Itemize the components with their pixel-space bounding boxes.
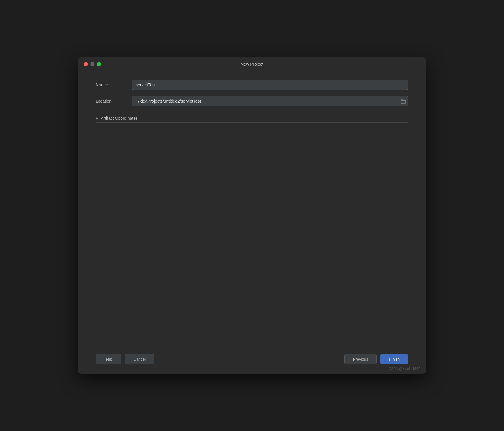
svg-rect-0 bbox=[401, 100, 406, 103]
traffic-lights bbox=[84, 62, 101, 66]
help-button[interactable]: Help bbox=[96, 354, 121, 364]
form-area: Name: Location: bbox=[96, 80, 408, 123]
maximize-button[interactable] bbox=[97, 62, 101, 66]
artifact-coordinates-label: Artifact Coordinates bbox=[101, 116, 138, 121]
finish-button[interactable]: Finish bbox=[380, 354, 408, 364]
minimize-button[interactable] bbox=[90, 62, 94, 66]
name-row: Name: bbox=[96, 80, 408, 90]
new-project-dialog: New Project Name: Location: bbox=[78, 57, 426, 374]
cancel-button[interactable]: Cancel bbox=[125, 354, 154, 364]
watermark: CSDN @Xiaolock830 bbox=[389, 367, 420, 371]
close-button[interactable] bbox=[84, 62, 88, 66]
dialog-content: Name: Location: bbox=[78, 71, 426, 348]
location-input[interactable] bbox=[132, 96, 408, 106]
location-label: Location: bbox=[96, 99, 132, 104]
footer-right-buttons: Previous Finish bbox=[344, 354, 408, 364]
footer-left-buttons: Help Cancel bbox=[96, 354, 154, 364]
browse-folder-button[interactable] bbox=[401, 99, 406, 104]
previous-button[interactable]: Previous bbox=[344, 354, 377, 364]
artifact-coordinates-toggle[interactable]: ▶ Artifact Coordinates bbox=[96, 114, 408, 123]
artifact-chevron-icon: ▶ bbox=[96, 116, 98, 120]
artifact-section: ▶ Artifact Coordinates bbox=[96, 114, 408, 123]
name-input[interactable] bbox=[132, 80, 408, 90]
location-row: Location: bbox=[96, 96, 408, 106]
title-bar: New Project bbox=[78, 57, 426, 71]
window-title: New Project bbox=[241, 62, 263, 67]
location-input-wrap bbox=[132, 96, 408, 106]
name-input-wrap bbox=[132, 80, 408, 90]
dialog-footer: Help Cancel Previous Finish bbox=[78, 348, 426, 374]
name-label: Name: bbox=[96, 82, 132, 87]
